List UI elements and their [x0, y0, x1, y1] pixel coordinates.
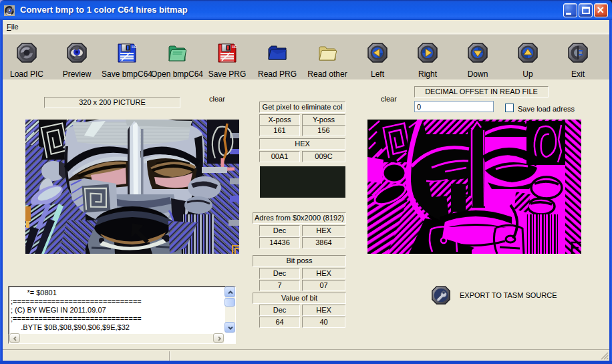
svg-text:HD: HD [132, 45, 137, 49]
svg-text:HD: HD [232, 45, 237, 49]
